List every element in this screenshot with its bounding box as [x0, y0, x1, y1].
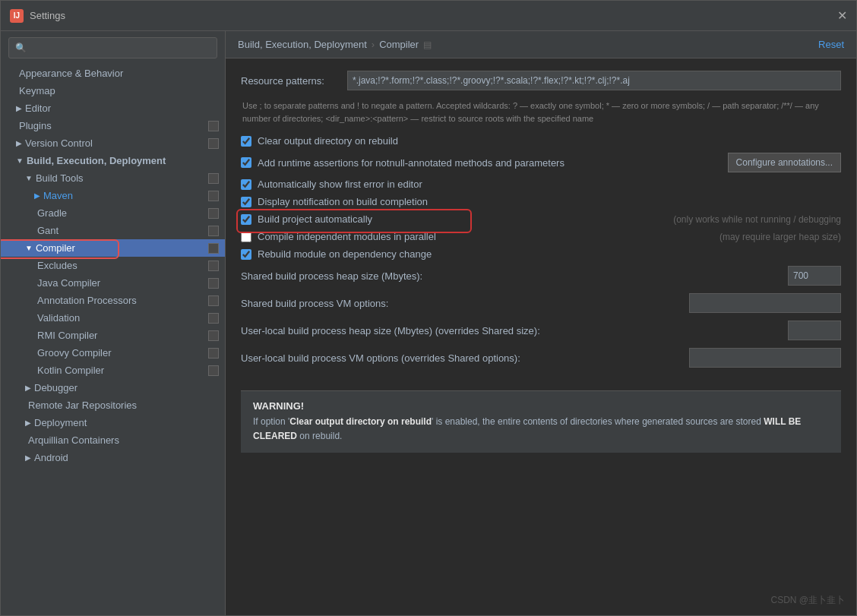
build-auto-checkbox[interactable]: [241, 214, 251, 225]
build-auto-container: Build project automatically (only works …: [241, 213, 841, 225]
page-icon: [208, 138, 219, 149]
sidebar-item-label: Appearance & Behavior: [19, 68, 123, 79]
compile-parallel-label: Compile independent modules in parallel: [258, 231, 698, 242]
rebuild-dependency-row: Rebuild module on dependency change: [241, 248, 841, 260]
auto-show-error-label: Automatically show first error in editor: [258, 178, 841, 190]
arrow-icon: ▼: [16, 156, 24, 165]
page-icon: [208, 348, 219, 359]
sidebar-item-debugger[interactable]: ▶ Debugger: [1, 379, 225, 396]
title-bar: IJ Settings ✕: [1, 1, 856, 31]
sidebar-item-build-tools[interactable]: ▼ Build Tools: [1, 169, 225, 187]
sidebar-item-editor[interactable]: ▶ Editor: [1, 100, 225, 117]
reset-link[interactable]: Reset: [818, 39, 844, 50]
sidebar: 🔍 Appearance & Behavior Keymap ▶ Editor …: [1, 31, 226, 615]
breadcrumb-arrow: ›: [372, 39, 375, 50]
content-area: 🔍 Appearance & Behavior Keymap ▶ Editor …: [1, 31, 856, 615]
sidebar-item-maven[interactable]: ▶ Maven: [1, 187, 225, 204]
sidebar-item-version-control[interactable]: ▶ Version Control: [1, 134, 225, 152]
compile-parallel-row: Compile independent modules in parallel …: [241, 231, 841, 242]
shared-heap-label: Shared build process heap size (Mbytes):: [241, 270, 788, 282]
shared-heap-input[interactable]: [788, 266, 841, 286]
window-title: Settings: [30, 10, 837, 21]
breadcrumb-parent: Build, Execution, Deployment: [238, 39, 367, 50]
sidebar-item-annotation[interactable]: Annotation Processors: [1, 292, 225, 309]
sidebar-item-keymap[interactable]: Keymap: [1, 82, 225, 100]
arrow-icon: ▶: [25, 419, 31, 427]
arrow-icon: ▼: [25, 174, 33, 182]
sidebar-item-label: Kotlin Compiler: [37, 365, 104, 376]
sidebar-item-label: Compiler: [36, 242, 75, 254]
sidebar-item-java-compiler[interactable]: Java Compiler: [1, 274, 225, 292]
page-icon: [208, 313, 219, 324]
sidebar-item-validation[interactable]: Validation: [1, 309, 225, 327]
sidebar-item-label: Maven: [43, 190, 73, 201]
user-vm-row: User-local build process VM options (ove…: [241, 348, 841, 368]
user-vm-label: User-local build process VM options (ove…: [241, 352, 689, 364]
sidebar-item-groovy[interactable]: Groovy Compiler: [1, 344, 225, 362]
auto-show-error-checkbox[interactable]: [241, 179, 251, 190]
sidebar-item-appearance[interactable]: Appearance & Behavior: [1, 65, 225, 82]
user-heap-row: User-local build process heap size (Mbyt…: [241, 321, 841, 340]
sidebar-item-label: Groovy Compiler: [37, 347, 112, 359]
compile-parallel-checkbox[interactable]: [241, 232, 251, 242]
sidebar-item-android[interactable]: ▶ Android: [1, 449, 225, 466]
page-icon: [208, 173, 219, 184]
warning-title: WARNING!: [253, 400, 829, 412]
page-icon: [208, 208, 219, 219]
sidebar-item-label: Gradle: [37, 207, 67, 219]
sidebar-item-label: RMI Compiler: [37, 330, 97, 341]
breadcrumb-current: Compiler: [379, 39, 419, 50]
arrow-icon: ▼: [25, 244, 33, 252]
add-runtime-checkbox[interactable]: [241, 157, 251, 168]
search-input[interactable]: [30, 43, 210, 53]
sidebar-item-compiler[interactable]: ▼ Compiler: [1, 239, 225, 257]
page-icon: [208, 295, 219, 306]
sidebar-item-label: Editor: [25, 103, 51, 114]
sidebar-item-label: Deployment: [34, 417, 87, 428]
sidebar-item-label: Keymap: [19, 85, 55, 96]
rebuild-dependency-checkbox[interactable]: [241, 249, 251, 260]
resource-patterns-label: Resource patterns:: [241, 75, 347, 87]
page-icon: [208, 278, 219, 289]
search-box[interactable]: 🔍: [8, 37, 217, 58]
user-heap-input[interactable]: [788, 321, 841, 340]
breadcrumb-page-icon: ▤: [423, 39, 432, 50]
warning-emphasis: Clear output directory on rebuild: [289, 416, 432, 427]
sidebar-item-kotlin[interactable]: Kotlin Compiler: [1, 362, 225, 379]
sidebar-item-plugins[interactable]: Plugins: [1, 117, 225, 134]
display-notification-row: Display notification on build completion: [241, 196, 841, 207]
arrow-icon: ▶: [16, 104, 22, 112]
display-notification-label: Display notification on build completion: [258, 196, 841, 207]
sidebar-item-arquillian[interactable]: Arquillian Containers: [1, 431, 225, 449]
shared-vm-input[interactable]: [689, 293, 841, 313]
build-auto-note: (only works while not running / debuggin…: [673, 214, 841, 225]
sidebar-item-label: Android: [34, 452, 68, 463]
sidebar-item-label: Version Control: [25, 137, 93, 149]
sidebar-item-build-exec-deploy[interactable]: ▼ Build, Execution, Deployment: [1, 152, 225, 169]
add-runtime-label: Add runtime assertions for notnull-annot…: [258, 157, 716, 169]
shared-vm-label: Shared build process VM options:: [241, 298, 689, 309]
user-vm-input[interactable]: [689, 348, 841, 368]
configure-annotations-button[interactable]: Configure annotations...: [728, 153, 841, 172]
sidebar-item-excludes[interactable]: Excludes: [1, 257, 225, 274]
build-auto-label: Build project automatically: [258, 213, 652, 225]
sidebar-item-rmi[interactable]: RMI Compiler: [1, 327, 225, 344]
sidebar-item-gant[interactable]: Gant: [1, 222, 225, 239]
sidebar-item-deployment[interactable]: ▶ Deployment: [1, 414, 225, 431]
sidebar-item-label: Arquillian Containers: [28, 434, 119, 446]
sidebar-item-label: Build Tools: [36, 172, 84, 184]
sidebar-item-label: Debugger: [34, 382, 77, 393]
sidebar-item-remote-jar[interactable]: Remote Jar Repositories: [1, 396, 225, 414]
page-icon: [208, 243, 219, 254]
resource-patterns-input[interactable]: [347, 71, 841, 90]
watermark: CSDN @韭卜韭卜: [770, 594, 845, 607]
settings-body: Resource patterns: Use ; to separate pat…: [226, 58, 856, 615]
search-icon: 🔍: [15, 43, 27, 53]
user-heap-label: User-local build process heap size (Mbyt…: [241, 325, 788, 336]
display-notification-checkbox[interactable]: [241, 197, 251, 207]
sidebar-item-label: Plugins: [19, 120, 52, 131]
sidebar-item-label: Build, Execution, Deployment: [27, 155, 166, 166]
close-button[interactable]: ✕: [837, 8, 847, 23]
sidebar-item-gradle[interactable]: Gradle: [1, 204, 225, 222]
clear-output-checkbox[interactable]: [241, 136, 251, 147]
